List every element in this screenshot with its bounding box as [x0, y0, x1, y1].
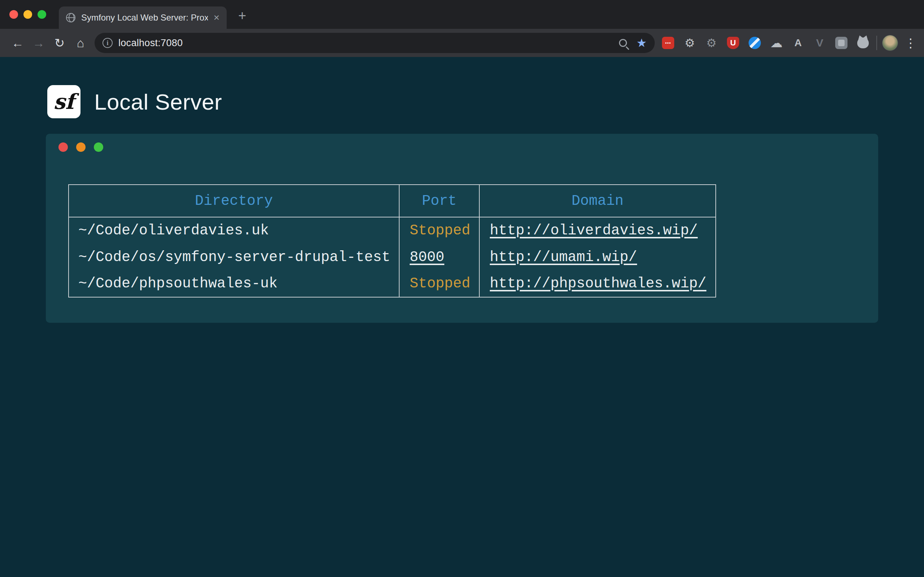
- tab-title: Symfony Local Web Server: Prox: [81, 13, 208, 23]
- port-status: Stopped: [410, 276, 470, 292]
- reload-button[interactable]: ↻: [49, 36, 70, 50]
- blue-circle-extension-glyph: [749, 37, 761, 49]
- red-dots-extension-icon[interactable]: •••: [660, 35, 677, 51]
- u-shield-extension-icon[interactable]: U: [725, 35, 741, 51]
- site-info-icon[interactable]: i: [102, 38, 113, 48]
- column-header-domain: Domain: [479, 185, 716, 217]
- directory-cell: ~/Code/os/symfony-server-drupal-test: [69, 244, 399, 271]
- address-bar[interactable]: i localhost:7080 ★: [95, 33, 655, 53]
- zoom-icon[interactable]: [619, 39, 627, 47]
- port-status: Stopped: [410, 222, 470, 239]
- window-close-button[interactable]: [10, 10, 18, 19]
- column-header-directory: Directory: [69, 185, 399, 217]
- domain-link[interactable]: http://umami.wip/: [490, 249, 637, 266]
- home-button[interactable]: ⌂: [70, 36, 91, 50]
- directory-cell: ~/Code/oliverdavies.uk: [69, 217, 399, 244]
- port-link[interactable]: 8000: [410, 249, 444, 266]
- red-dots-extension-glyph: •••: [662, 37, 674, 49]
- domain-link[interactable]: http://oliverdavies.wip/: [490, 222, 698, 239]
- directory-cell: ~/Code/phpsouthwales-uk: [69, 271, 399, 297]
- table-row: ~/Code/phpsouthwales-uk Stopped http://p…: [69, 271, 716, 297]
- browser-toolbar: ← → ↻ ⌂ i localhost:7080 ★ ••• ⚙ ⚙ U ☁ A…: [0, 29, 924, 57]
- table-row: ~/Code/os/symfony-server-drupal-test 800…: [69, 244, 716, 271]
- window-minimize-button[interactable]: [23, 10, 32, 19]
- window-maximize-button[interactable]: [37, 10, 46, 19]
- column-header-port: Port: [399, 185, 479, 217]
- cog-extension-icon[interactable]: ⚙: [703, 35, 720, 51]
- tab-favicon-globe-icon: [66, 13, 76, 23]
- window-controls: [10, 10, 46, 19]
- gray-tile-extension-glyph: [835, 37, 848, 49]
- page-content: sf Local Server Directory Port Domain ~/…: [0, 57, 924, 577]
- table-row: ~/Code/oliverdavies.uk Stopped http://ol…: [69, 217, 716, 244]
- profile-avatar[interactable]: [882, 35, 898, 51]
- extensions-area: ••• ⚙ ⚙ U ☁ A V: [660, 35, 871, 51]
- page-title: Local Server: [94, 89, 222, 115]
- tab-strip: Symfony Local Web Server: Prox × +: [0, 0, 924, 29]
- url-text[interactable]: localhost:7080: [118, 37, 183, 49]
- cloud-extension-icon[interactable]: ☁: [768, 35, 785, 51]
- forward-button[interactable]: →: [28, 36, 49, 50]
- u-shield-extension-glyph: U: [727, 37, 739, 49]
- new-tab-button[interactable]: +: [238, 8, 246, 23]
- octocat-glyph: [857, 37, 869, 48]
- browser-menu-icon[interactable]: ⋮: [905, 36, 917, 50]
- panel-orange-dot: [76, 142, 86, 152]
- github-extension-icon[interactable]: [855, 35, 871, 51]
- panel-red-dot: [58, 142, 68, 152]
- panel-window-dots: [58, 142, 103, 152]
- table-header-row: Directory Port Domain: [69, 185, 716, 217]
- toolbar-separator: [876, 36, 877, 50]
- letter-v-extension-icon[interactable]: V: [811, 35, 828, 51]
- blue-circle-extension-icon[interactable]: [746, 35, 763, 51]
- gear-extension-icon[interactable]: ⚙: [682, 35, 698, 51]
- back-button[interactable]: ←: [7, 36, 28, 50]
- panel-green-dot: [94, 142, 103, 152]
- domain-link[interactable]: http://phpsouthwales.wip/: [490, 276, 706, 292]
- bookmark-star-icon[interactable]: ★: [636, 37, 647, 49]
- brand-header: sf Local Server: [0, 57, 924, 118]
- terminal-panel: Directory Port Domain ~/Code/oliverdavie…: [46, 134, 878, 323]
- letter-a-extension-icon[interactable]: A: [790, 35, 806, 51]
- tab-close-icon[interactable]: ×: [214, 13, 220, 23]
- gray-tile-extension-icon[interactable]: [833, 35, 850, 51]
- server-table: Directory Port Domain ~/Code/oliverdavie…: [68, 184, 716, 298]
- symfony-logo: sf: [47, 85, 81, 118]
- browser-tab[interactable]: Symfony Local Web Server: Prox ×: [59, 6, 227, 29]
